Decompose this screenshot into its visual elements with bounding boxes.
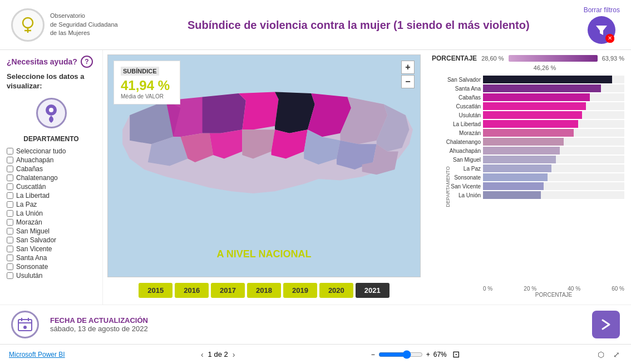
next-page-button[interactable]: › [233, 350, 235, 359]
checkbox-input[interactable] [7, 157, 13, 163]
chart-bar [483, 173, 548, 181]
expand-icon[interactable]: ⤢ [611, 349, 622, 360]
chart-dept-label: Chalatenango [432, 139, 481, 145]
checkbox-input[interactable] [7, 228, 13, 235]
chart-bar [483, 84, 601, 92]
chart-row: Usulután [432, 111, 624, 119]
checkbox-list: Seleccionar tudoAhuachapánCabañasChalate… [7, 147, 96, 280]
national-label: A NIVEL NACIONAL [216, 248, 311, 260]
year-button-2020[interactable]: 2020 [319, 283, 353, 298]
chart-row: Morazán [432, 129, 624, 137]
subindex-box: SUBÍNDICE 41,94 % Média de VALOR [114, 61, 180, 104]
year-button-2015[interactable]: 2015 [139, 283, 172, 298]
zoom-slider[interactable] [378, 350, 423, 359]
chart-bar-wrap [483, 84, 624, 92]
chart-bar-wrap [483, 138, 624, 146]
year-button-2017[interactable]: 2017 [211, 283, 245, 298]
chart-row: La Unión [432, 191, 624, 199]
chart-row: Santa Ana [432, 84, 624, 92]
pct-min: 28,60 % [481, 55, 504, 62]
checkbox-item: Chalatenango [7, 174, 96, 182]
checkbox-input[interactable] [7, 263, 13, 270]
powerbi-link[interactable]: Microsoft Power BI [9, 351, 65, 358]
pct-avg: 46,26 % [432, 64, 624, 71]
chart-bar-wrap [483, 147, 624, 154]
chart-bar-wrap [483, 93, 624, 101]
x-axis: 0 %20 %40 %60 % [432, 286, 624, 292]
dept-axis-label: DEPARTAMENTO [445, 166, 451, 207]
chart-bar-wrap [483, 76, 624, 83]
checkbox-item: La Libertad [7, 192, 96, 200]
map-container: SUBÍNDICE 41,94 % Média de VALOR + − A N… [107, 54, 421, 277]
zoom-out-button[interactable]: − [401, 75, 415, 88]
checkbox-item: Ahuachapán [7, 156, 96, 164]
next-arrow-button[interactable] [592, 311, 620, 338]
chart-bar-wrap [483, 156, 624, 163]
filter-button-area[interactable]: Borrar filtros ✕ [584, 6, 620, 44]
chart-bar [483, 147, 560, 154]
chart-dept-label: San Miguel [432, 157, 481, 163]
chart-dept-label: La Paz [432, 166, 481, 172]
x-axis-label: 40 % [568, 286, 580, 292]
checkbox-input[interactable] [7, 272, 13, 279]
filter-icon[interactable]: ✕ [588, 16, 615, 44]
subindex-sub: Média de VALOR [121, 93, 173, 99]
fit-icon[interactable]: ⊡ [452, 349, 460, 360]
checkbox-label: Cuscatlán [16, 183, 46, 191]
checkbox-input[interactable] [7, 246, 13, 252]
checkbox-input[interactable] [7, 174, 13, 181]
checkbox-item: Morazán [7, 218, 96, 226]
checkbox-input[interactable] [7, 210, 13, 217]
year-button-2021[interactable]: 2021 [356, 283, 390, 298]
chart-row: Cuscatlán [432, 102, 624, 110]
year-button-2016[interactable]: 2016 [175, 283, 209, 298]
checkbox-input[interactable] [7, 255, 13, 261]
footer: Microsoft Power BI ‹ 1 de 2 › − + 67% ⊡ … [0, 344, 631, 364]
dept-header: DEPARTAMENTO [7, 135, 96, 143]
calendar-icon [11, 311, 39, 338]
chart-dept-label: Cabañas [432, 94, 481, 101]
help-icon[interactable]: ? [81, 56, 93, 68]
checkbox-input[interactable] [7, 166, 13, 172]
checkbox-item: Cuscatlán [7, 183, 96, 191]
year-buttons: 2015201620172018201920202021 [107, 281, 421, 300]
chart-dept-label: San Salvador [432, 77, 481, 83]
chart-bar [483, 120, 578, 128]
checkbox-item: La Paz [7, 201, 96, 208]
checkbox-input[interactable] [7, 237, 13, 243]
fecha-value: sábado, 13 de agosto de 2022 [50, 325, 148, 333]
checkbox-label: Ahuachapán [16, 156, 53, 164]
zoom-minus[interactable]: − [371, 351, 375, 358]
year-button-2019[interactable]: 2019 [283, 283, 317, 298]
x-axis-label: 20 % [524, 286, 536, 292]
zoom-plus[interactable]: + [426, 351, 430, 358]
chart-dept-label: Cuscatlán [432, 103, 481, 109]
checkbox-label: San Salvador [16, 236, 56, 244]
chart-row: Chalatenango [432, 138, 624, 146]
checkbox-label: Cabañas [16, 165, 43, 173]
year-button-2018[interactable]: 2018 [247, 283, 281, 298]
zoom-control: − + 67% ⊡ [371, 349, 460, 360]
checkbox-input[interactable] [7, 201, 13, 208]
chart-dept-label: Ahuachapán [432, 148, 481, 154]
chart-bar [483, 93, 590, 101]
left-panel: ¿Necesitas ayuda? ? Seleccione los datos… [0, 50, 103, 305]
checkbox-input[interactable] [7, 219, 13, 226]
zoom-in-button[interactable]: + [401, 61, 415, 74]
checkbox-item: San Salvador [7, 236, 96, 244]
checkbox-item: Sonsonate [7, 263, 96, 271]
map-icon-area [7, 98, 96, 128]
checkbox-label: Sonsonate [16, 263, 48, 271]
chart-bar [483, 111, 582, 119]
zoom-level: 67% [433, 351, 447, 358]
chart-dept-label: Usulután [432, 112, 481, 118]
checkbox-input[interactable] [7, 192, 13, 199]
checkbox-input[interactable] [7, 183, 13, 190]
checkbox-item: Cabañas [7, 165, 96, 173]
prev-page-button[interactable]: ‹ [201, 350, 204, 359]
share-icon[interactable]: ⬡ [595, 349, 607, 360]
checkbox-input[interactable] [7, 148, 13, 154]
chart-bar-wrap [483, 164, 624, 172]
subindex-value: 41,94 % [121, 78, 173, 93]
x-axis-label: 60 % [612, 286, 624, 292]
